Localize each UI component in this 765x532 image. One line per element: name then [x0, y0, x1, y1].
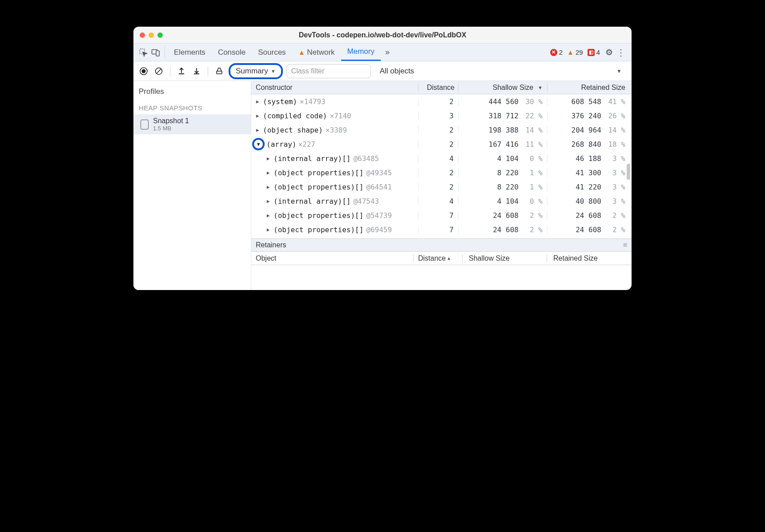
table-row[interactable]: ▶(object properties)[] @69459724 6082 %2…	[251, 222, 632, 237]
constructor-name: (object properties)[]	[274, 211, 363, 220]
table-body[interactable]: ▶(system) ×147932444 56030 %608 54841 %▶…	[251, 94, 632, 238]
rcol-retained[interactable]: Retained Size	[547, 254, 632, 262]
disclosure-triangle-icon[interactable]: ▶	[266, 227, 271, 233]
table-row[interactable]: ▶(object properties)[] @4934528 2201 %41…	[251, 165, 632, 180]
col-distance[interactable]: Distance	[418, 84, 458, 92]
chevron-down-icon: ▼	[271, 69, 276, 74]
retained-size-cell: 204 964	[566, 126, 601, 134]
rcol-shallow[interactable]: Shallow Size	[463, 254, 547, 262]
device-toolbar-button[interactable]	[149, 48, 162, 57]
table-row[interactable]: ▶(internal array)[] @6348544 1040 %46 18…	[251, 151, 632, 165]
shallow-percent-cell: 1 %	[523, 183, 543, 191]
distance-cell: 3	[418, 112, 458, 120]
tab-elements[interactable]: Elements	[168, 44, 212, 61]
object-id: @63485	[353, 154, 379, 163]
table-row[interactable]: ▶(system) ×147932444 56030 %608 54841 %	[251, 94, 632, 109]
retained-percent-cell: 2 %	[606, 226, 625, 234]
retained-percent-cell: 2 %	[606, 211, 625, 220]
tab-memory[interactable]: Memory	[341, 44, 381, 61]
tab-network[interactable]: ▲ Network	[292, 44, 341, 61]
inspect-element-button[interactable]	[137, 48, 149, 57]
chevron-down-icon[interactable]: ▼	[616, 68, 622, 74]
object-filter-select[interactable]: All objects	[380, 67, 414, 76]
warning-icon: ▲	[298, 49, 305, 56]
shallow-percent-cell: 30 %	[523, 97, 543, 106]
disclosure-triangle-icon[interactable]: ▶	[266, 213, 271, 218]
tab-sources[interactable]: Sources	[252, 44, 292, 61]
close-window-button[interactable]	[140, 32, 145, 38]
shallow-percent-cell: 0 %	[523, 154, 543, 163]
col-constructor[interactable]: Constructor	[251, 84, 418, 92]
record-button[interactable]	[138, 67, 149, 75]
retained-percent-cell: 3 %	[606, 197, 625, 206]
disclosure-triangle-icon[interactable]: ▶	[266, 156, 271, 161]
titlebar: DevTools - codepen.io/web-dot-dev/live/P…	[133, 27, 632, 44]
error-icon: ✕	[550, 49, 557, 56]
disclosure-triangle-icon[interactable]: ▶	[266, 184, 271, 190]
table-row[interactable]: ▶(object properties)[] @54739724 6082 %2…	[251, 208, 632, 222]
divider	[208, 66, 208, 77]
instance-count: ×7140	[330, 112, 351, 120]
retainers-menu-icon[interactable]: ≡	[623, 241, 627, 249]
gc-button[interactable]	[213, 67, 225, 75]
shallow-size-cell: 4 104	[479, 197, 519, 206]
clear-button[interactable]	[153, 67, 165, 75]
table-row[interactable]: ▶(internal array)[] @4754344 1040 %40 80…	[251, 194, 632, 208]
retainers-body	[251, 265, 632, 290]
shallow-size-cell: 4 104	[479, 154, 519, 163]
table-header: Constructor Distance Shallow Size▼ Retai…	[251, 81, 632, 94]
zoom-window-button[interactable]	[157, 32, 163, 38]
main-content: Profiles HEAP SNAPSHOTS Snapshot 1 1.5 M…	[133, 81, 632, 290]
perspective-select[interactable]: Summary ▼	[229, 63, 283, 79]
retained-percent-cell: 14 %	[606, 126, 625, 134]
retained-percent-cell: 3 %	[606, 154, 625, 163]
profiles-sidebar: Profiles HEAP SNAPSHOTS Snapshot 1 1.5 M…	[133, 81, 251, 290]
retained-percent-cell: 41 %	[606, 97, 625, 106]
shallow-size-cell: 8 220	[479, 183, 519, 191]
col-retained-size[interactable]: Retained Size	[547, 84, 632, 92]
table-row[interactable]: ▶(object shape) ×33892198 38814 %204 964…	[251, 123, 632, 137]
shallow-percent-cell: 2 %	[523, 226, 543, 234]
object-id: @47543	[353, 197, 379, 206]
scrollbar-thumb[interactable]	[627, 164, 630, 180]
retained-size-cell: 40 800	[566, 197, 601, 206]
disclosure-triangle-icon[interactable]: ▶	[255, 127, 260, 133]
disclosure-triangle-icon[interactable]: ▶	[266, 198, 271, 204]
rcol-distance[interactable]: Distance▲	[414, 254, 463, 262]
table-row[interactable]: ▼(array) ×2272167 41611 %268 84018 %	[251, 137, 632, 151]
snapshot-item[interactable]: Snapshot 1 1.5 MB	[133, 114, 251, 134]
disclosure-triangle-icon[interactable]: ▼	[252, 138, 265, 150]
more-tabs-button[interactable]: »	[381, 48, 394, 57]
tab-console[interactable]: Console	[212, 44, 252, 61]
retained-size-cell: 46 188	[566, 154, 601, 163]
divider	[165, 47, 165, 58]
shallow-size-cell: 167 416	[479, 140, 519, 149]
sort-asc-icon: ▲	[447, 256, 451, 261]
disclosure-triangle-icon[interactable]: ▶	[266, 170, 271, 176]
col-shallow-size[interactable]: Shallow Size▼	[458, 84, 547, 92]
distance-cell: 2	[418, 183, 458, 191]
snapshot-size: 1.5 MB	[153, 125, 189, 132]
disclosure-triangle-icon[interactable]: ▶	[255, 113, 260, 119]
export-button[interactable]	[176, 67, 187, 75]
disclosure-triangle-icon[interactable]: ▶	[255, 99, 260, 105]
retained-percent-cell: 3 %	[606, 169, 625, 177]
profiles-header: Profiles	[133, 84, 251, 100]
object-id: @64541	[366, 183, 392, 191]
rcol-object[interactable]: Object	[251, 254, 414, 262]
snapshot-icon	[141, 120, 149, 129]
settings-button[interactable]: ⚙	[605, 47, 613, 57]
distance-cell: 2	[418, 126, 458, 134]
error-warning-counts[interactable]: ✕2 ▲29 ◧4	[550, 48, 600, 56]
import-button[interactable]	[191, 67, 202, 75]
minimize-window-button[interactable]	[149, 32, 154, 38]
table-row[interactable]: ▶(object properties)[] @6454128 2201 %41…	[251, 180, 632, 194]
constructor-name: (object properties)[]	[274, 183, 363, 191]
shallow-percent-cell: 11 %	[523, 140, 543, 149]
table-row[interactable]: ▶(compiled code) ×71403318 71222 %376 24…	[251, 109, 632, 123]
instance-count: ×227	[298, 140, 315, 149]
issues-icon: ◧	[588, 49, 595, 56]
distance-cell: 4	[418, 197, 458, 206]
more-options-button[interactable]: ⋮	[616, 47, 625, 58]
class-filter-input[interactable]: Class filter	[286, 64, 371, 78]
